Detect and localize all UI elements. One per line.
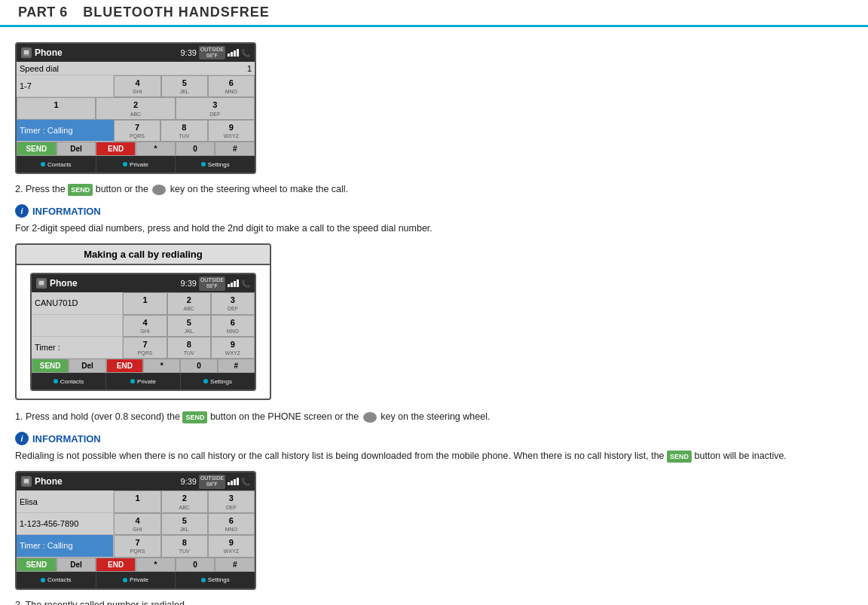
mid-outside-badge: OUTSIDE68°F [199,277,225,291]
contacts-icon-right [41,578,45,582]
contacts-icon-mid [53,379,58,383]
right-timer-row: Timer : Calling 7PQRS 8TUV 9WXYZ [17,535,255,557]
mid-key-5[interactable]: 5JKL [167,315,211,337]
left-display-timer: Timer : Calling [17,120,114,142]
mid-btn-end[interactable]: END [106,359,143,373]
mid-btn-hash[interactable]: # [218,359,255,373]
left-btn-contacts[interactable]: Contacts [17,156,96,173]
left-btn-end[interactable]: END [96,142,136,156]
left-action-row: SEND Del END * 0 # [17,142,255,156]
mid-key-2[interactable]: 2ABC [167,292,211,314]
mid-key-3[interactable]: 3DEF [211,292,255,314]
private-icon-left [123,162,127,167]
left-key-3[interactable]: 3DEF [176,97,255,119]
left-info-body: For 2-digit speed dial numbers, press an… [15,221,853,236]
left-key-1[interactable]: 1 [17,97,96,119]
contacts-icon-left [41,162,45,167]
right-btn-end[interactable]: END [96,558,136,572]
left-display-speed-dial: Speed dial 1 [17,62,255,75]
left-send-badge: SEND [68,184,93,196]
right-btn-send[interactable]: SEND [17,558,57,572]
right-btn-settings[interactable]: Settings [176,572,255,588]
left-btn-star[interactable]: * [136,142,176,156]
left-key-5[interactable]: 5JKL [161,75,208,97]
mid-display-canu: CANU701D [32,292,123,314]
right-key-5[interactable]: 5JKL [161,513,208,535]
mid-btn-private[interactable]: Private [106,373,181,390]
right-key-1[interactable]: 1 [114,490,160,512]
left-btn-settings[interactable]: Settings [176,156,255,173]
mid-send-badge-2: SEND [667,451,692,463]
left-btn-del[interactable]: Del [57,142,96,156]
mid-btn-zero[interactable]: 0 [180,359,217,373]
left-phone-header: Phone 9:39 OUTSIDE68°F 📞 [17,44,255,62]
svg-rect-3 [39,281,44,285]
left-key-7[interactable]: 7PQRS [114,120,160,142]
left-key-9[interactable]: 9WXYZ [208,120,255,142]
mid-key-7[interactable]: 7PQRS [123,337,167,359]
left-btn-hash[interactable]: # [215,142,255,156]
settings-icon-left [201,162,206,167]
right-btn-private[interactable]: Private [96,572,176,588]
right-step-text: 2. The recently called number is rediale… [15,597,853,605]
left-btn-zero[interactable]: 0 [176,142,215,156]
left-btn-send[interactable]: SEND [17,142,57,156]
right-btn-del[interactable]: Del [57,558,96,572]
mid-key-6[interactable]: 6MNO [211,315,255,337]
mid-btn-del[interactable]: Del [69,359,105,373]
mid-btn-settings[interactable]: Settings [181,373,255,390]
phone-icon-right [21,476,32,487]
right-btn-zero[interactable]: 0 [176,558,215,572]
svg-rect-5 [24,479,29,483]
svg-rect-1 [24,50,29,54]
left-key-4[interactable]: 4GHI [114,75,160,97]
right-phone-screen: Phone 9:39 OUTSIDE68°F 📞 [15,471,256,589]
mid-phone-bottom: Contacts Private Settings [32,373,255,390]
steering-wheel-icon-mid [363,412,377,423]
right-key-6[interactable]: 6MNO [208,513,255,535]
mid-btn-contacts[interactable]: Contacts [32,373,106,390]
right-key-4[interactable]: 4GHI [114,513,160,535]
mid-key-9[interactable]: 9WXYZ [211,337,255,359]
mid-btn-send[interactable]: SEND [32,359,69,373]
right-phone-time: 9:39 [180,477,196,486]
part-number: PART 6 [18,5,68,20]
left-key-8[interactable]: 8TUV [160,120,207,142]
info-icon-mid: i [15,432,29,445]
left-phone-title: Phone [35,47,63,58]
page-header: PART 6 BLUETOOTH HANDSFREE [0,0,868,27]
right-outside-badge: OUTSIDE68°F [199,475,225,489]
left-phone-time: 9:39 [180,48,196,57]
left-key-6[interactable]: 6MNO [208,75,255,97]
right-elisa-row: Elisa 1 2ABC 3DEF [17,490,255,512]
left-key-2[interactable]: 2ABC [96,97,175,119]
redialing-box: Making a call by redialing Phone [15,243,271,400]
left-column: Phone 9:39 OUTSIDE68°F 📞 [15,42,853,236]
right-column: Phone 9:39 OUTSIDE68°F 📞 [15,471,853,605]
mid-phone-header: Phone 9:39 OUTSIDE68°F [32,274,255,292]
mid-phone-screen: Phone 9:39 OUTSIDE68°F [30,273,256,391]
section-title: BLUETOOTH HANDSFREE [83,5,270,20]
left-phone-bottom: Contacts Private Settings [17,156,255,173]
right-btn-star[interactable]: * [136,558,176,572]
right-key-9[interactable]: 9WXYZ [208,535,255,557]
mid-row2: 4GHI 5JKL 6MNO [32,315,255,337]
mid-key-8[interactable]: 8TUV [167,337,211,359]
private-icon-right [123,578,127,582]
mid-key-4[interactable]: 4GHI [123,315,167,337]
right-key-3[interactable]: 3DEF [208,490,255,512]
mid-btn-star[interactable]: * [143,359,180,373]
right-phone-header: Phone 9:39 OUTSIDE68°F 📞 [17,472,255,490]
left-display-17: 1-7 [17,75,114,97]
right-btn-contacts[interactable]: Contacts [17,572,96,588]
left-btn-private[interactable]: Private [96,156,176,173]
mid-key-1[interactable]: 1 [123,292,167,314]
right-key-2[interactable]: 2ABC [161,490,208,512]
mid-display-timer: Timer : [32,337,123,359]
mid-send-badge: SEND [182,411,207,423]
right-key-8[interactable]: 8TUV [161,535,208,557]
left-phone-screen: Phone 9:39 OUTSIDE68°F 📞 [15,42,256,174]
right-btn-hash[interactable]: # [215,558,255,572]
right-key-7[interactable]: 7PQRS [114,535,160,557]
main-content: Phone 9:39 OUTSIDE68°F 📞 [0,27,868,605]
